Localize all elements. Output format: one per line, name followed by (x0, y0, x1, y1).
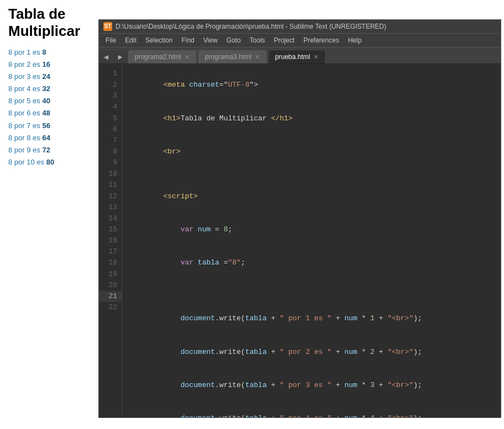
menu-view[interactable]: View (200, 35, 222, 45)
code-line-1: <meta charset="UTF-8"> (129, 68, 501, 102)
list-item: 8 por 7 es 56 (8, 120, 88, 132)
tab-close-prueba[interactable]: ✕ (313, 54, 318, 61)
ln-4: 4 (99, 102, 122, 113)
menu-selection[interactable]: Selection (141, 35, 176, 45)
tab-programa2[interactable]: programa2.html ✕ (128, 50, 197, 63)
list-item: 8 por 1 es 8 (8, 46, 88, 59)
menu-project[interactable]: Project (270, 35, 298, 45)
list-item: 8 por 6 es 48 (8, 107, 88, 119)
tab-label: prueba.html (275, 53, 310, 61)
code-line-6: var num = 8; (129, 213, 501, 246)
ln-2: 2 (99, 80, 122, 91)
menu-help[interactable]: Help (344, 35, 366, 45)
ln-7: 7 (99, 135, 122, 146)
tab-label: programa3.html (205, 53, 251, 61)
list-item: 8 por 3 es 24 (8, 71, 88, 83)
menu-tools[interactable]: Tools (246, 35, 269, 45)
ln-10: 10 (99, 168, 122, 179)
editor-window: ST D:\Usuario\Desktop\Lógica de Programa… (98, 19, 501, 418)
sublime-icon: ST (103, 22, 112, 31)
code-line-8 (129, 280, 501, 291)
code-line-3: <br> (129, 135, 501, 168)
code-line-10: document.write(tabla + " por 1 es " + nu… (129, 302, 501, 335)
code-line-12: document.write(tabla + " por 3 es " + nu… (129, 369, 501, 402)
ln-1: 1 (99, 68, 122, 80)
ln-20: 20 (99, 280, 122, 291)
ln-13: 13 (99, 202, 122, 213)
ln-22: 22 (99, 302, 122, 313)
menu-file[interactable]: File (102, 35, 120, 45)
code-line-7: var tabla ="8"; (129, 246, 501, 279)
tab-label: programa2.html (135, 53, 181, 61)
ln-3: 3 (99, 91, 122, 102)
ln-16: 16 (99, 235, 122, 246)
list-item: 8 por 10 es 80 (8, 156, 88, 168)
line-numbers: 1 2 3 4 5 6 7 8 9 10 11 12 13 14 15 16 1… (99, 64, 122, 417)
menu-goto[interactable]: Goto (223, 35, 245, 45)
list-item: 8 por 5 es 40 (8, 95, 88, 107)
code-line-11: document.write(tabla + " por 2 es " + nu… (129, 335, 501, 368)
title-bar: ST D:\Usuario\Desktop\Lógica de Programa… (99, 20, 501, 34)
list-item: 8 por 9 es 72 (8, 144, 88, 156)
title-bar-text: D:\Usuario\Desktop\Lógica de Programació… (116, 23, 386, 30)
tab-bar: ◄ ► programa2.html ✕ programa3.html ✕ pr… (99, 47, 501, 64)
code-area: 1 2 3 4 5 6 7 8 9 10 11 12 13 14 15 16 1… (99, 64, 501, 417)
ln-5: 5 (99, 113, 122, 124)
code-line-2: <h1>Tabla de Multiplicar </h1> (129, 102, 501, 135)
ln-12: 12 (99, 191, 122, 202)
tab-nav-right[interactable]: ► (113, 50, 128, 63)
code-line-13: document.write(tabla + " por 4 es " + nu… (129, 402, 501, 417)
ln-19: 19 (99, 269, 122, 280)
list-item: 8 por 2 es 16 (8, 59, 88, 71)
ln-14: 14 (99, 213, 122, 224)
menu-bar: File Edit Selection Find View Goto Tools… (99, 34, 501, 47)
code-line-9 (129, 291, 501, 302)
multiplication-list: 8 por 1 es 8 8 por 2 es 16 8 por 3 es 24… (8, 46, 88, 168)
tab-nav-left[interactable]: ◄ (99, 50, 113, 63)
list-item: 8 por 8 es 64 (8, 132, 88, 144)
tab-prueba[interactable]: prueba.html ✕ (268, 50, 326, 63)
menu-find[interactable]: Find (177, 35, 198, 45)
tab-close-programa2[interactable]: ✕ (185, 54, 190, 61)
ln-8: 8 (99, 146, 122, 157)
ln-17: 17 (99, 246, 122, 257)
ln-11: 11 (99, 179, 122, 190)
menu-preferences[interactable]: Preferences (300, 35, 343, 45)
page-title: Tabla de Multiplicar (8, 6, 88, 40)
code-content[interactable]: <meta charset="UTF-8"> <h1>Tabla de Mult… (122, 64, 501, 417)
list-item: 8 por 4 es 32 (8, 83, 88, 95)
tab-programa3[interactable]: programa3.html ✕ (198, 50, 267, 63)
ln-15: 15 (99, 224, 122, 235)
ln-18: 18 (99, 257, 122, 268)
tab-close-programa3[interactable]: ✕ (255, 54, 260, 61)
browser-output: Tabla de Multiplicar 8 por 1 es 8 8 por … (0, 0, 97, 174)
menu-edit[interactable]: Edit (121, 35, 140, 45)
ln-21: 21 (99, 291, 122, 302)
ln-9: 9 (99, 157, 122, 168)
ln-6: 6 (99, 124, 122, 135)
code-line-5: <script> (129, 179, 501, 213)
code-line-4 (129, 168, 501, 179)
